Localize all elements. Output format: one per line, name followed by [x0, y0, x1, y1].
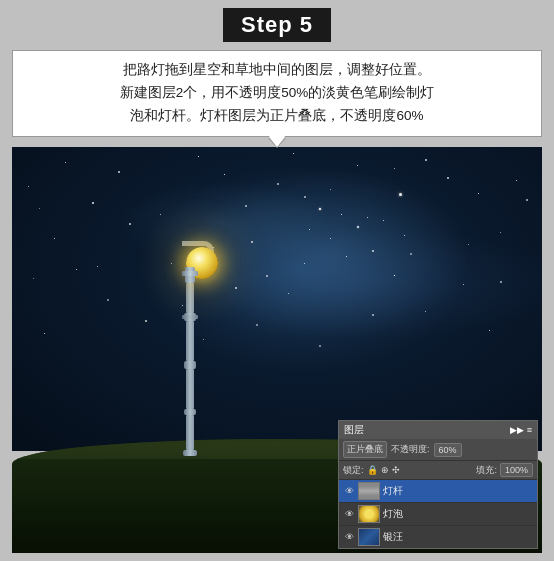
layer-name-denggan: 灯杆: [383, 484, 533, 498]
night-sky: [12, 147, 542, 452]
instruction-text: 把路灯拖到星空和草地中间的图层，调整好位置。 新建图层2个，用不透明度50%的淡…: [120, 62, 435, 123]
layers-header-icons[interactable]: ▶▶ ≡: [510, 425, 532, 435]
layer-name-dengpao: 灯泡: [383, 507, 533, 521]
layers-title: 图层: [344, 423, 364, 437]
opacity-label: 不透明度:: [391, 443, 430, 456]
lamp-post: [160, 237, 220, 456]
layer-eye-denggan[interactable]: 👁: [343, 485, 355, 497]
layer-thumb-yinhe: [358, 528, 380, 546]
move-icon[interactable]: ✣: [392, 465, 400, 475]
layer-eye-yinhe[interactable]: 👁: [343, 531, 355, 543]
stars-layer: [12, 147, 542, 452]
layer-thumb-dengpao: [358, 505, 380, 523]
scene-image: 图层 ▶▶ ≡ 正片叠底 不透明度: 60% 锁定: 🔒 ⊕ ✣ 填充:: [12, 147, 542, 553]
lock-icon[interactable]: 🔒: [367, 465, 378, 475]
fill-value[interactable]: 100%: [500, 463, 533, 477]
layer-row-denggan[interactable]: 👁 灯杆: [339, 479, 537, 502]
blend-mode-dropdown[interactable]: 正片叠底: [343, 441, 387, 458]
layers-blend-row: 正片叠底 不透明度: 60%: [339, 439, 537, 460]
layer-row-dengpao[interactable]: 👁 灯泡: [339, 502, 537, 525]
layer-thumb-denggan: [358, 482, 380, 500]
opacity-value[interactable]: 60%: [434, 443, 462, 457]
layers-lock-row: 锁定: 🔒 ⊕ ✣ 填充: 100%: [339, 460, 537, 479]
transform-icon[interactable]: ⊕: [381, 465, 389, 475]
layer-eye-dengpao[interactable]: 👁: [343, 508, 355, 520]
lock-label: 锁定:: [343, 464, 364, 477]
instruction-box: 把路灯拖到星空和草地中间的图层，调整好位置。 新建图层2个，用不透明度50%的淡…: [12, 50, 542, 137]
layers-panel-header: 图层 ▶▶ ≡: [339, 421, 537, 439]
fill-label: 填充:: [476, 464, 497, 477]
layers-panel: 图层 ▶▶ ≡ 正片叠底 不透明度: 60% 锁定: 🔒 ⊕ ✣ 填充:: [338, 420, 538, 549]
step-title: Step 5: [223, 8, 331, 42]
layer-name-yinhe: 银汪: [383, 530, 533, 544]
main-container: Step 5 把路灯拖到星空和草地中间的图层，调整好位置。 新建图层2个，用不透…: [0, 0, 554, 561]
layer-row-yinhe[interactable]: 👁 银汪: [339, 525, 537, 548]
